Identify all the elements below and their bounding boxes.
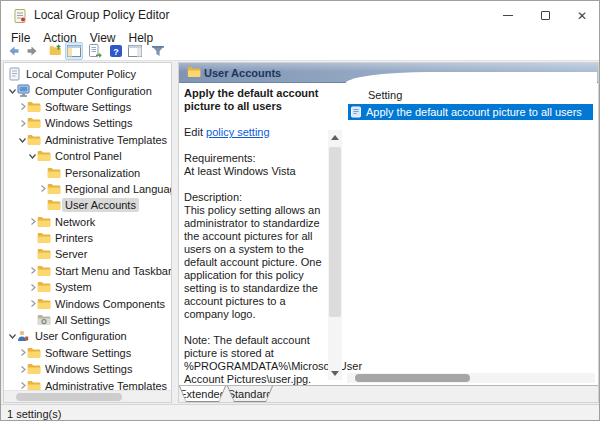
tree-item-personalization[interactable]: Personalization: [4, 164, 171, 180]
scroll-down-arrow[interactable]: [328, 366, 342, 380]
tree-item-label: Software Settings: [42, 346, 134, 360]
tree-item-administrative-templates[interactable]: Administrative Templates: [4, 132, 171, 148]
tree-item-all-settings[interactable]: All Settings: [4, 312, 171, 328]
tree-item-label: User Accounts: [62, 198, 139, 212]
tree-item-label: Start Menu and Taskbar: [52, 264, 172, 278]
chevron-collapsed-icon[interactable]: [28, 217, 37, 226]
tree-item-label: Local Computer Policy: [23, 67, 139, 81]
chevron-collapsed-icon[interactable]: [18, 119, 27, 128]
show-action-pane-button[interactable]: [126, 42, 144, 60]
tree-item-start-menu-and-taskbar[interactable]: Start Menu and Taskbar: [4, 263, 171, 279]
tree-item-printers[interactable]: Printers: [4, 230, 171, 246]
folder-icon: [37, 297, 52, 310]
computer-icon: [17, 84, 32, 97]
svg-text:?: ?: [113, 47, 119, 57]
chevron-expanded-icon[interactable]: [8, 86, 17, 95]
folder-icon: [37, 281, 52, 294]
status-text: 1 setting(s): [7, 408, 61, 420]
tree-item-system[interactable]: System: [4, 279, 171, 295]
chevron-collapsed-icon[interactable]: [28, 283, 37, 292]
policy-title: Apply the default account picture to all…: [184, 87, 324, 113]
tree-item-user-configuration[interactable]: User Configuration: [4, 328, 171, 344]
tree-item-windows-settings[interactable]: Windows Settings: [4, 115, 171, 131]
tree-item-windows-components[interactable]: Windows Components: [4, 295, 171, 311]
filter-button[interactable]: [149, 42, 167, 60]
tree-item-label: Regional and Language Options: [62, 182, 172, 196]
description-label: Description:: [184, 191, 324, 204]
requirements-value: At least Windows Vista: [184, 165, 296, 177]
console-tree-pane[interactable]: Local Computer PolicyComputer Configurat…: [3, 62, 172, 403]
tree-item-software-settings[interactable]: Software Settings: [4, 345, 171, 361]
tree-item-label: Windows Settings: [42, 116, 135, 130]
tree-item-local-computer-policy[interactable]: Local Computer Policy: [4, 66, 171, 82]
tree-item-label: All Settings: [52, 313, 113, 327]
tree-item-control-panel[interactable]: Control Panel: [4, 148, 171, 164]
tree-item-computer-configuration[interactable]: Computer Configuration: [4, 82, 171, 98]
chevron-placeholder: [38, 201, 47, 210]
list-horizontal-scrollbar[interactable]: [347, 373, 595, 383]
scroll-up-arrow[interactable]: [328, 130, 342, 144]
chevron-placeholder: [38, 168, 47, 177]
details-pane: User Accounts Setting Apply the default …: [178, 62, 599, 403]
title-bar[interactable]: Local Group Policy Editor ✕: [1, 1, 599, 30]
folder-icon: [47, 182, 62, 195]
selected-node-title: User Accounts: [204, 67, 281, 79]
folder-icon: [47, 166, 62, 179]
chevron-placeholder: [28, 316, 37, 325]
tab-label: Standard: [228, 386, 272, 401]
tab-standard[interactable]: Standard: [227, 386, 273, 402]
show-console-tree-button[interactable]: [65, 42, 83, 60]
down-triangle-icon: [331, 371, 339, 376]
description-scrollbar-thumb[interactable]: [329, 147, 341, 317]
list-scrollbar-thumb[interactable]: [355, 374, 470, 382]
content-area: Local Computer PolicyComputer Configurat…: [1, 61, 599, 404]
tree-item-label: Server: [52, 247, 90, 261]
requirements-block: Requirements:At least Windows Vista: [184, 152, 324, 178]
tree-item-regional-and-language-options[interactable]: Regional and Language Options: [4, 181, 171, 197]
tab-extended[interactable]: Extended: [179, 386, 226, 402]
chevron-expanded-icon[interactable]: [28, 152, 37, 161]
setting-column-header[interactable]: Setting: [368, 89, 402, 101]
tree-item-software-settings[interactable]: Software Settings: [4, 99, 171, 115]
tree-item-label: Network: [52, 215, 98, 229]
setting-row-label: Apply the default account picture to all…: [366, 106, 582, 118]
chevron-collapsed-icon[interactable]: [18, 102, 27, 111]
edit-policy-setting-link[interactable]: policy setting: [206, 126, 270, 138]
up-one-level-button[interactable]: [47, 42, 65, 60]
tree-item-network[interactable]: Network: [4, 214, 171, 230]
tree-item-user-accounts[interactable]: User Accounts: [4, 197, 171, 213]
tree-item-windows-settings[interactable]: Windows Settings: [4, 361, 171, 377]
export-list-button[interactable]: [86, 42, 104, 60]
chevron-expanded-icon[interactable]: [8, 332, 17, 341]
chevron-collapsed-icon[interactable]: [18, 365, 27, 374]
tree-horizontal-scrollbar[interactable]: [4, 390, 171, 402]
status-bar: 1 setting(s): [1, 404, 599, 421]
close-icon: ✕: [577, 10, 587, 22]
chevron-collapsed-icon[interactable]: [28, 299, 37, 308]
close-button[interactable]: ✕: [562, 1, 600, 30]
chevron-collapsed-icon[interactable]: [18, 348, 27, 357]
back-button[interactable]: [5, 42, 23, 60]
requirements-label: Requirements:: [184, 152, 256, 164]
policy-description-panel: Apply the default account picture to all…: [184, 87, 324, 403]
folder-icon: [27, 117, 42, 130]
chevron-expanded-icon[interactable]: [18, 135, 27, 144]
policy-setting-icon: [350, 106, 362, 118]
user-icon: [17, 330, 32, 343]
tree-item-label: User Configuration: [32, 329, 130, 343]
toolbar: ?: [1, 45, 599, 60]
tree-item-server[interactable]: Server: [4, 246, 171, 262]
minimize-button[interactable]: [488, 1, 528, 30]
chevron-collapsed-icon[interactable]: [28, 266, 37, 275]
description-vertical-scrollbar[interactable]: [328, 130, 342, 380]
setting-row[interactable]: Apply the default account picture to all…: [348, 104, 593, 120]
folder-icon: [37, 150, 52, 163]
tree-scrollbar-thumb[interactable]: [16, 393, 122, 401]
chevron-collapsed-icon[interactable]: [38, 184, 47, 193]
folder-icon: [27, 363, 42, 376]
console-tree-icon: [66, 43, 82, 59]
help-button[interactable]: ?: [107, 42, 125, 60]
chevron-collapsed-icon[interactable]: [18, 381, 27, 390]
forward-button[interactable]: [23, 42, 41, 60]
maximize-button[interactable]: [525, 1, 565, 30]
